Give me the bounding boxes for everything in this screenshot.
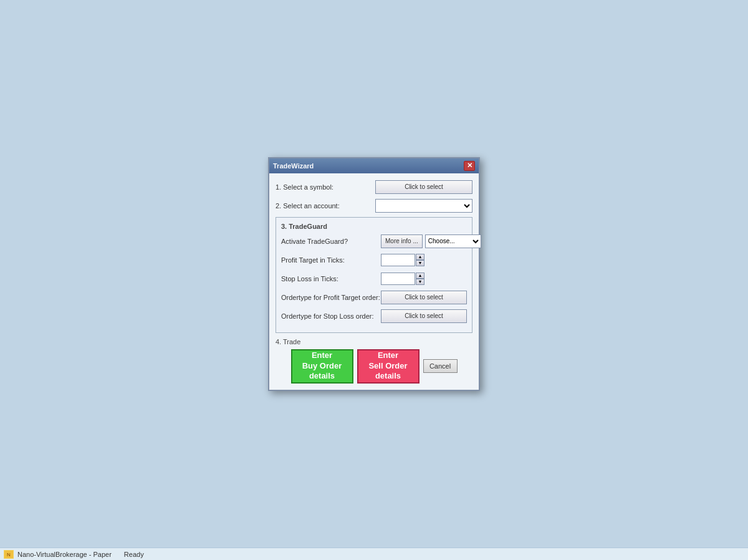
activate-tradeguard-label: Activate TradeGuard? <box>281 238 381 245</box>
ordertype-profit-control: Click to select <box>381 291 467 304</box>
profit-target-input[interactable]: 0 <box>381 254 415 266</box>
cancel-button[interactable]: Cancel <box>423 359 458 373</box>
tradewizard-dialog: TradeWizard ✕ 1. Select a symbol: Click … <box>268 157 480 391</box>
select-symbol-button[interactable]: Click to select <box>375 180 472 194</box>
step2-row: 2. Select an account: <box>276 198 472 213</box>
dialog-titlebar: TradeWizard ✕ <box>269 158 479 173</box>
enter-buy-order-button[interactable]: EnterBuy Orderdetails <box>291 349 353 384</box>
dialog-body: 1. Select a symbol: Click to select 2. S… <box>269 173 479 390</box>
ordertype-profit-row: Ordertype for Profit Target order: Click… <box>281 290 467 305</box>
more-info-button[interactable]: More info ... <box>381 234 423 248</box>
stop-loss-up[interactable]: ▲ <box>416 273 424 279</box>
stop-loss-row: Stop Loss in Ticks: 0 ▲ ▼ <box>281 271 467 286</box>
enter-sell-order-button[interactable]: EnterSell Orderdetails <box>357 349 420 384</box>
ordertype-stoploss-button[interactable]: Click to select <box>381 309 467 323</box>
profit-target-spinner-buttons: ▲ ▼ <box>416 254 424 266</box>
dialog-overlay: TradeWizard ✕ 1. Select a symbol: Click … <box>0 0 748 548</box>
trade-buttons: EnterBuy Orderdetails EnterSell Orderdet… <box>276 349 472 384</box>
dialog-title: TradeWizard <box>273 162 314 170</box>
stop-loss-spinner-buttons: ▲ ▼ <box>416 273 424 285</box>
status-text: Ready <box>124 551 144 558</box>
connection-label: Nano-VirtualBrokerage - Paper <box>17 551 112 558</box>
trade-section: 4. Trade EnterBuy Orderdetails EnterSell… <box>276 338 472 384</box>
status-bar: N Nano-VirtualBrokerage - Paper Ready <box>0 548 748 560</box>
ordertype-stoploss-row: Ordertype for Stop Loss order: Click to … <box>281 309 467 324</box>
main-content-area: TradeWizard ✕ 1. Select a symbol: Click … <box>0 0 748 548</box>
tradeguard-controls: More info ... Choose... <box>381 234 481 248</box>
profit-target-row: Profit Target in Ticks: 0 ▲ ▼ <box>281 253 467 268</box>
dialog-close-button[interactable]: ✕ <box>464 161 475 171</box>
profit-target-up[interactable]: ▲ <box>416 254 424 260</box>
account-select[interactable] <box>375 199 472 213</box>
step2-control <box>375 199 472 213</box>
ordertype-stoploss-control: Click to select <box>381 309 467 323</box>
ordertype-profit-button[interactable]: Click to select <box>381 291 467 304</box>
profit-target-label: Profit Target in Ticks: <box>281 256 381 264</box>
trade-title: 4. Trade <box>276 338 472 345</box>
tradeguard-title: 3. TradeGuard <box>281 223 467 230</box>
step1-row: 1. Select a symbol: Click to select <box>276 180 472 195</box>
activate-tradeguard-row: Activate TradeGuard? More info ... Choos… <box>281 234 467 249</box>
step1-control: Click to select <box>375 180 472 194</box>
tradeguard-choose-select[interactable]: Choose... <box>425 234 481 248</box>
stop-loss-input[interactable]: 0 <box>381 273 415 285</box>
profit-target-spinner: 0 ▲ ▼ <box>381 254 424 266</box>
svg-text:N: N <box>7 552 11 558</box>
stop-loss-spinner: 0 ▲ ▼ <box>381 273 424 285</box>
step1-label: 1. Select a symbol: <box>276 183 375 191</box>
profit-target-down[interactable]: ▼ <box>416 260 424 266</box>
ordertype-profit-label: Ordertype for Profit Target order: <box>281 294 381 301</box>
stop-loss-label: Stop Loss in Ticks: <box>281 275 381 282</box>
tradeguard-section: 3. TradeGuard Activate TradeGuard? More … <box>276 217 472 333</box>
step2-label: 2. Select an account: <box>276 202 375 210</box>
ordertype-stoploss-label: Ordertype for Stop Loss order: <box>281 312 381 320</box>
connection-indicator: N <box>4 550 14 559</box>
stop-loss-down[interactable]: ▼ <box>416 279 424 285</box>
